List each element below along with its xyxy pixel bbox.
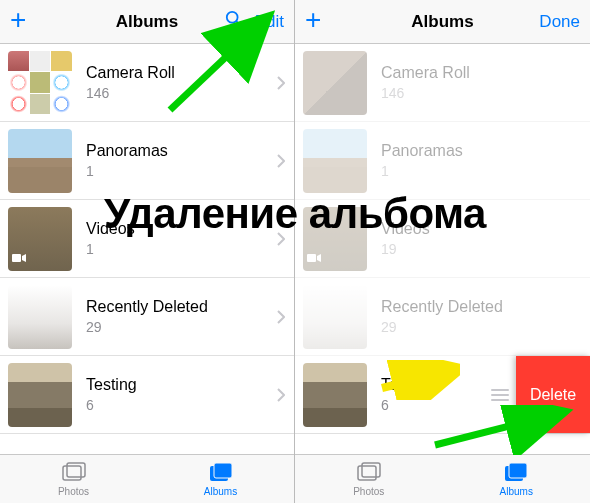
delete-button[interactable]: Delete <box>516 356 590 433</box>
done-button[interactable]: Done <box>539 12 580 32</box>
album-title: Panoramas <box>86 142 274 160</box>
album-title: Testing <box>381 376 490 394</box>
chevron-right-icon <box>274 310 294 324</box>
album-title: Recently Deleted <box>381 298 590 316</box>
album-thumbnail <box>8 51 72 115</box>
edit-button[interactable]: Edit <box>255 12 284 32</box>
album-thumbnail <box>8 129 72 193</box>
album-list: Camera Roll 146 Panoramas 1 Videos 19 <box>295 44 590 454</box>
svg-rect-8 <box>307 254 316 262</box>
tab-label: Albums <box>500 486 533 497</box>
album-list: Camera Roll 146 Panoramas 1 Videos <box>0 44 294 454</box>
album-thumbnail <box>303 207 367 271</box>
svg-rect-7 <box>214 463 232 478</box>
album-row[interactable]: Videos 1 <box>0 200 294 278</box>
chevron-right-icon <box>274 388 294 402</box>
album-thumbnail <box>303 129 367 193</box>
album-count: 146 <box>381 85 590 101</box>
svg-rect-10 <box>358 466 376 480</box>
chevron-right-icon <box>274 76 294 90</box>
album-thumbnail <box>8 207 72 271</box>
album-thumbnail <box>303 363 367 427</box>
svg-rect-2 <box>12 254 21 262</box>
svg-marker-3 <box>22 254 26 262</box>
tab-label: Photos <box>58 486 89 497</box>
album-count: 29 <box>381 319 590 335</box>
album-row[interactable]: Videos 19 <box>295 200 590 278</box>
nav-header: + Albums Done <box>295 0 590 44</box>
album-count: 1 <box>381 163 590 179</box>
chevron-right-icon <box>274 232 294 246</box>
header-title: Albums <box>411 12 473 32</box>
tab-label: Albums <box>204 486 237 497</box>
tab-photos[interactable]: Photos <box>0 455 147 503</box>
svg-marker-9 <box>317 254 321 262</box>
album-count: 29 <box>86 319 274 335</box>
svg-rect-4 <box>63 466 81 480</box>
album-title: Camera Roll <box>86 64 274 82</box>
svg-point-0 <box>227 12 238 23</box>
video-icon <box>12 249 26 267</box>
search-icon[interactable] <box>225 10 243 33</box>
svg-line-1 <box>236 22 241 27</box>
album-row[interactable]: Panoramas 1 <box>0 122 294 200</box>
album-row[interactable]: Testing 6 <box>0 356 294 434</box>
album-thumbnail <box>8 363 72 427</box>
svg-rect-13 <box>509 463 527 478</box>
reorder-grip-icon[interactable] <box>490 389 516 401</box>
header-title: Albums <box>116 12 178 32</box>
phone-right: + Albums Done Camera Roll 146 Panoramas … <box>295 0 590 503</box>
tab-photos[interactable]: Photos <box>295 455 443 503</box>
album-count: 1 <box>86 163 274 179</box>
album-row[interactable]: Recently Deleted 29 <box>0 278 294 356</box>
album-title: Testing <box>86 376 274 394</box>
album-row-editing[interactable]: Testing 6 Delete <box>295 356 590 434</box>
album-row[interactable]: Panoramas 1 <box>295 122 590 200</box>
tab-bar: Photos Albums <box>295 454 590 503</box>
album-count: 19 <box>381 241 590 257</box>
tab-bar: Photos Albums <box>0 454 294 503</box>
album-title: Camera Roll <box>381 64 590 82</box>
album-title: Panoramas <box>381 142 590 160</box>
album-count: 6 <box>381 397 490 413</box>
album-thumbnail <box>8 285 72 349</box>
album-count: 1 <box>86 241 274 257</box>
album-title: Videos <box>86 220 274 238</box>
svg-rect-11 <box>362 463 380 477</box>
video-icon <box>307 249 321 267</box>
phone-left: + Albums Edit Camera Roll 146 <box>0 0 295 503</box>
album-count: 146 <box>86 85 274 101</box>
album-row[interactable]: Recently Deleted 29 <box>295 278 590 356</box>
album-thumbnail <box>303 285 367 349</box>
tab-albums[interactable]: Albums <box>443 455 591 503</box>
album-row[interactable]: Camera Roll 146 <box>0 44 294 122</box>
album-row[interactable]: Camera Roll 146 <box>295 44 590 122</box>
album-title: Recently Deleted <box>86 298 274 316</box>
nav-header: + Albums Edit <box>0 0 294 44</box>
album-thumbnail <box>303 51 367 115</box>
album-title: Videos <box>381 220 590 238</box>
tab-label: Photos <box>353 486 384 497</box>
svg-rect-5 <box>67 463 85 477</box>
chevron-right-icon <box>274 154 294 168</box>
album-count: 6 <box>86 397 274 413</box>
tab-albums[interactable]: Albums <box>147 455 294 503</box>
